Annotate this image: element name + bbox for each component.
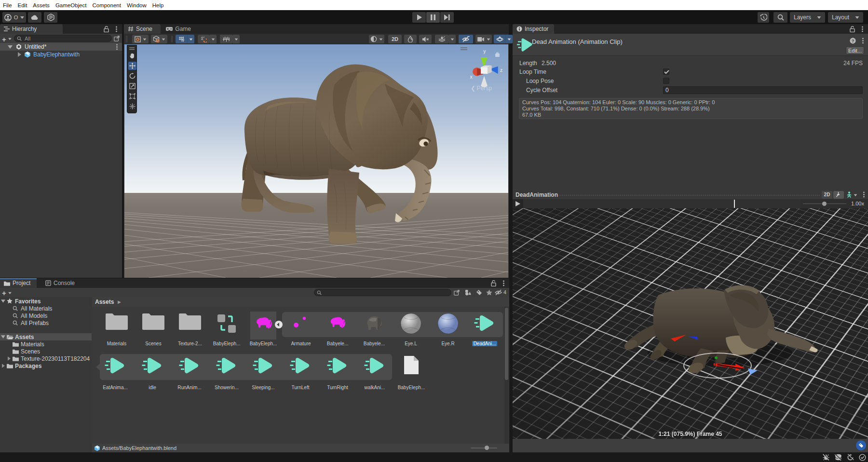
svg-text:Y: Y: [182, 39, 184, 42]
svg-text:z: z: [500, 68, 502, 73]
svg-text:y: y: [483, 49, 486, 54]
svg-text:?: ?: [852, 39, 854, 43]
svg-text:x: x: [470, 74, 473, 80]
